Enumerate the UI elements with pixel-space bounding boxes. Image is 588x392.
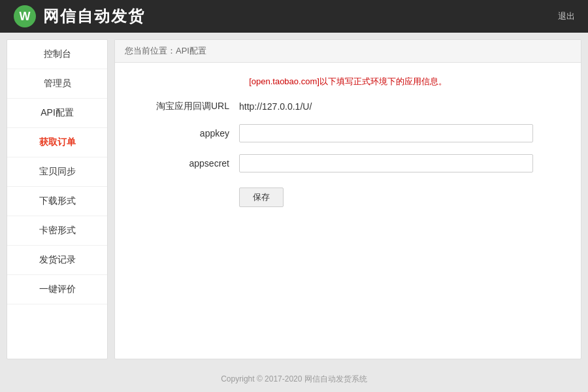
save-button[interactable]: 保存 <box>239 188 284 207</box>
footer-text: Copyright © 2017-2020 网信自动发货系统 <box>221 374 367 385</box>
sidebar-item-dashboard[interactable]: 控制台 <box>7 40 107 69</box>
main-layout: 控制台管理员API配置获取订单宝贝同步下载形式卡密形式发货记录一键评价 您当前位… <box>0 33 588 366</box>
callback-url-value: http://127.0.0.1/U/ <box>239 101 312 112</box>
callback-url-label: 淘宝应用回调URL <box>135 101 239 112</box>
content-area: 您当前位置：API配置 [open.taobao.com]以下填写正式环境下的应… <box>114 39 581 359</box>
logout-button[interactable]: 退出 <box>558 10 575 22</box>
sidebar-item-api-config[interactable]: API配置 <box>7 99 107 128</box>
sidebar-item-item-sync[interactable]: 宝贝同步 <box>7 157 107 187</box>
sidebar-item-get-orders[interactable]: 获取订单 <box>7 128 107 157</box>
footer: Copyright © 2017-2020 网信自动发货系统 <box>0 366 588 392</box>
sidebar-item-card-type[interactable]: 卡密形式 <box>7 216 107 246</box>
logo-icon: W <box>13 5 37 28</box>
breadcrumb-text: 您当前位置：API配置 <box>125 46 206 56</box>
header: W 网信自动发货 退出 <box>0 0 588 33</box>
appkey-label: appkey <box>135 128 239 139</box>
form-area: [open.taobao.com]以下填写正式环境下的应用信息。 淘宝应用回调U… <box>115 63 581 220</box>
appsecret-label: appsecret <box>135 158 239 169</box>
appkey-row: appkey <box>135 124 561 142</box>
breadcrumb: 您当前位置：API配置 <box>115 40 581 63</box>
svg-text:W: W <box>20 10 31 23</box>
sidebar-item-admin[interactable]: 管理员 <box>7 69 107 99</box>
sidebar: 控制台管理员API配置获取订单宝贝同步下载形式卡密形式发货记录一键评价 <box>7 39 108 359</box>
submit-row: 保存 <box>135 184 561 207</box>
appkey-input[interactable] <box>239 124 533 142</box>
logo-text: 网信自动发货 <box>43 6 145 27</box>
callback-url-row: 淘宝应用回调URL http://127.0.0.1/U/ <box>135 101 561 112</box>
sidebar-item-delivery-log[interactable]: 发货记录 <box>7 246 107 275</box>
appsecret-row: appsecret <box>135 154 561 172</box>
sidebar-item-one-click-review[interactable]: 一键评价 <box>7 275 107 304</box>
sidebar-item-download-type[interactable]: 下载形式 <box>7 187 107 216</box>
notice-text: [open.taobao.com]以下填写正式环境下的应用信息。 <box>135 76 561 88</box>
logo-area: W 网信自动发货 <box>13 5 145 28</box>
appsecret-input[interactable] <box>239 154 533 172</box>
